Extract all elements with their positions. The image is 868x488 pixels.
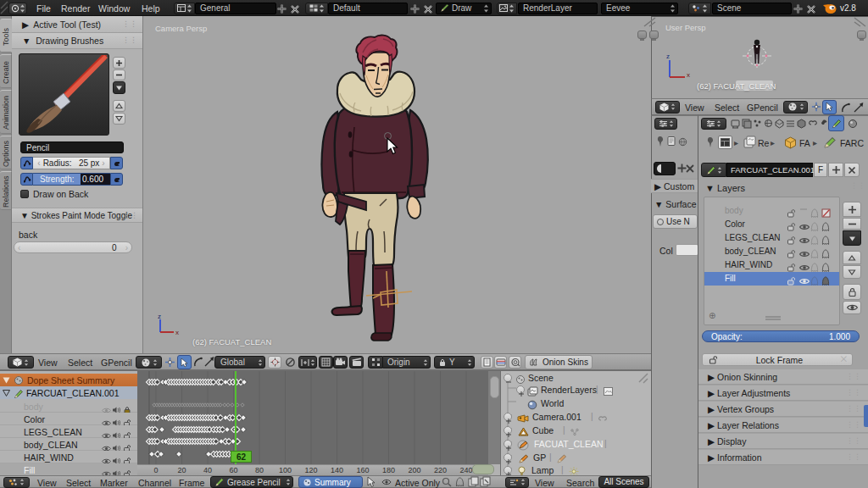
svg-text:z: z (158, 313, 161, 320)
svg-text:z: z (666, 53, 670, 60)
svg-text:x: x (687, 71, 690, 79)
svg-text:x: x (175, 329, 179, 336)
